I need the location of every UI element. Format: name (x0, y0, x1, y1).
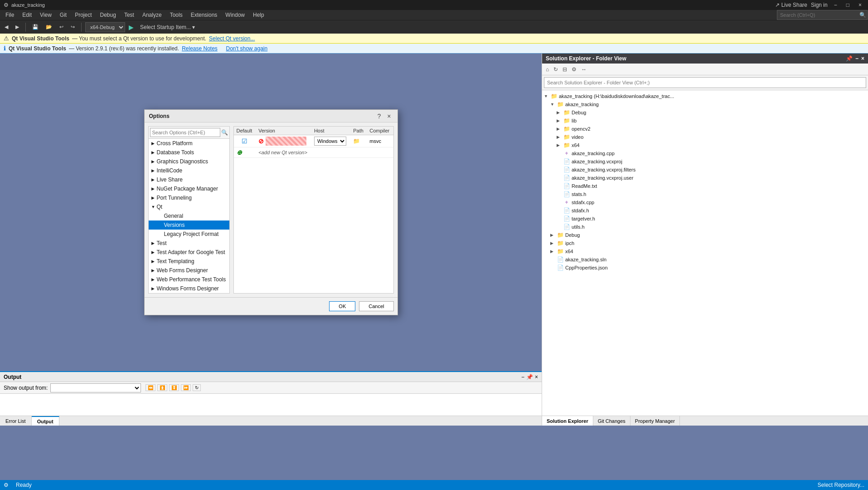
toolbar-redo-btn[interactable]: ↪ (68, 23, 78, 31)
opt-test[interactable]: ▶ Test (149, 239, 229, 248)
output-btn-1[interactable]: ⏪ (145, 384, 155, 391)
tree-opencv2[interactable]: ▶ 📁 opencv2 (542, 125, 868, 133)
se-minimize-btn[interactable]: − (855, 55, 858, 62)
se-tab-solution-explorer[interactable]: Solution Explorer (542, 416, 593, 426)
ok-button[interactable]: OK (329, 301, 355, 311)
tab-output[interactable]: Output (32, 416, 59, 426)
tree-debug[interactable]: ▶ 📁 Debug (542, 108, 868, 117)
cancel-button[interactable]: Cancel (359, 301, 393, 311)
tree-vcxproj[interactable]: 📄 akaze_tracking.vcxproj (542, 157, 868, 166)
tree-akaze-tracking[interactable]: ▼ 📁 akaze_tracking (542, 100, 868, 108)
tree-lib[interactable]: ▶ 📁 lib (542, 117, 868, 125)
tree-stdafx-cpp[interactable]: + stdafx.cpp (542, 198, 868, 206)
opt-test-adapter-google[interactable]: ▶ Test Adapter for Google Test (149, 248, 229, 257)
opt-live-share[interactable]: ▶ Live Share (149, 175, 229, 184)
menu-test[interactable]: Test (121, 11, 138, 19)
se-collapse-btn[interactable]: ⊟ (561, 65, 569, 74)
tree-root[interactable]: ▼ 📁 akaze_tracking (H:\baidudiskdownload… (542, 92, 868, 100)
opt-win-forms[interactable]: ▶ Windows Forms Designer (149, 284, 229, 293)
menu-debug[interactable]: Debug (97, 11, 120, 19)
opt-web-forms[interactable]: ▶ Web Forms Designer (149, 266, 229, 275)
tree-ipch[interactable]: ▶ 📁 ipch (542, 239, 868, 247)
restore-btn[interactable]: □ (844, 2, 852, 8)
se-tab-property-manager[interactable]: Property Manager (630, 416, 680, 426)
opt-nuget[interactable]: ▶ NuGet Package Manager (149, 184, 229, 193)
opt-qt-versions[interactable]: Versions (149, 220, 229, 230)
opt-database-tools[interactable]: ▶ Database Tools (149, 148, 229, 157)
menu-project[interactable]: Project (71, 11, 95, 19)
startup-item-button[interactable]: Select Startup Item... ▾ (137, 23, 198, 31)
config-dropdown[interactable]: x64-Debug (85, 22, 125, 32)
output-minimize-btn[interactable]: − (521, 374, 524, 380)
sign-in-btn[interactable]: Sign in (811, 2, 828, 8)
close-btn[interactable]: × (856, 2, 864, 8)
tree-stats[interactable]: 📄 stats.h (542, 190, 868, 198)
opt-text-templating[interactable]: ▶ Text Templating (149, 257, 229, 266)
output-pin-btn[interactable]: 📌 (526, 374, 533, 380)
output-btn-4[interactable]: ⏩ (181, 384, 191, 391)
dialog-close-btn[interactable]: × (385, 113, 393, 120)
tree-video[interactable]: ▶ 📁 video (542, 133, 868, 141)
output-close-btn[interactable]: × (535, 374, 538, 380)
solution-search-input[interactable] (544, 77, 866, 88)
toolbar-open-btn[interactable]: 📂 (43, 23, 55, 31)
opt-port-tunneling[interactable]: ▶ Port Tunneling (149, 193, 229, 202)
options-search-input[interactable] (150, 128, 220, 137)
tree-x64-root[interactable]: ▶ 📁 x64 (542, 247, 868, 255)
table-row[interactable]: ☑ ⊘ Windows (234, 135, 393, 147)
se-arrows-btn[interactable]: ↔ (579, 65, 588, 74)
output-source-dropdown[interactable] (50, 383, 141, 392)
tree-vcxproj-filters[interactable]: 📄 akaze_tracking.vcxproj.filters (542, 166, 868, 174)
se-tab-git-changes[interactable]: Git Changes (593, 416, 630, 426)
run-button[interactable]: ▶ (127, 24, 136, 31)
se-settings-btn[interactable]: ⚙ (570, 65, 578, 74)
tree-debug-root[interactable]: ▶ 📁 Debug (542, 231, 868, 239)
tree-readme[interactable]: 📄 ReadMe.txt (542, 182, 868, 190)
tree-stdafx-h[interactable]: 📄 stdafx.h (542, 206, 868, 215)
opt-qt-legacy[interactable]: Legacy Project Format (149, 230, 229, 239)
add-new-version-row[interactable]: ⊕ <add new Qt version> (234, 147, 393, 158)
menu-analyze[interactable]: Analyze (139, 11, 165, 19)
tree-x64[interactable]: ▶ 📁 x64 (542, 141, 868, 149)
opt-web-perf[interactable]: ▶ Web Performance Test Tools (149, 275, 229, 284)
liveshare-label[interactable]: ↗ Live Share (775, 2, 807, 8)
toolbar-back-btn[interactable]: ◀ (2, 23, 11, 31)
menu-tools[interactable]: Tools (166, 11, 186, 19)
menu-git[interactable]: Git (56, 11, 70, 19)
menu-extensions[interactable]: Extensions (187, 11, 221, 19)
dialog-help-btn[interactable]: ? (376, 113, 383, 120)
tree-cpp-props[interactable]: 📄 CppProperties.json (542, 264, 868, 272)
cell-path[interactable]: 📁 (350, 135, 367, 147)
menu-window[interactable]: Window (222, 11, 248, 19)
host-select[interactable]: Windows (314, 137, 346, 146)
se-refresh-btn[interactable]: ↻ (552, 65, 560, 74)
opt-qt[interactable]: ▼ Qt (149, 202, 229, 211)
delete-icon[interactable]: ⊘ (258, 137, 264, 145)
opt-graphics-diagnostics[interactable]: ▶ Graphics Diagnostics (149, 157, 229, 166)
notif-link-dismiss[interactable]: Don't show again (226, 45, 268, 52)
se-close-btn[interactable]: × (861, 55, 864, 62)
tree-akaze-cpp[interactable]: + akaze_tracking.cpp (542, 149, 868, 157)
notif-link-1[interactable]: Select Qt version... (209, 35, 255, 42)
output-btn-3[interactable]: ⏬ (169, 384, 179, 391)
top-search-input[interactable] (777, 10, 868, 20)
menu-view[interactable]: View (36, 11, 55, 19)
menu-help[interactable]: Help (249, 11, 268, 19)
add-new-label[interactable]: <add new Qt version> (256, 147, 393, 158)
tree-sln[interactable]: 📄 akaze_tracking.sln (542, 255, 868, 264)
options-search-icon[interactable]: 🔍 (221, 129, 228, 136)
toolbar-undo-btn[interactable]: ↩ (57, 23, 66, 31)
opt-qt-general[interactable]: General (149, 211, 229, 220)
se-pin-btn[interactable]: 📌 (846, 55, 853, 62)
notif-link-release[interactable]: Release Notes (182, 45, 218, 52)
opt-cross-platform[interactable]: ▶ Cross Platform (149, 139, 229, 148)
minimize-btn[interactable]: − (831, 2, 840, 8)
se-home-btn[interactable]: ⌂ (544, 65, 551, 74)
output-btn-5[interactable]: ↻ (193, 384, 201, 391)
toolbar-forward-btn[interactable]: ▶ (13, 23, 22, 31)
tree-targetver[interactable]: 📄 targetver.h (542, 215, 868, 223)
tab-error-list[interactable]: Error List (0, 416, 32, 426)
menu-file[interactable]: File (2, 11, 18, 19)
menu-edit[interactable]: Edit (19, 11, 35, 19)
tree-utils[interactable]: 📄 utils.h (542, 223, 868, 231)
